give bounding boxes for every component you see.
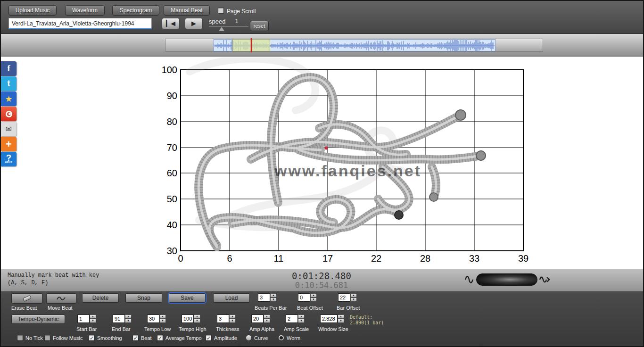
checkbox-box-icon[interactable]	[89, 335, 95, 341]
amplitude-checkbox[interactable]: Amplitude	[206, 335, 237, 341]
mail-icon[interactable]: ✉	[1, 122, 17, 136]
beat-offset-value[interactable]: 0	[298, 293, 310, 302]
svg-text:28: 28	[420, 253, 430, 264]
tempo-high-spinner: 100	[182, 314, 200, 323]
volume-low-icon	[464, 274, 475, 285]
beats-per-bar-label: Beats Per Bar	[255, 305, 287, 311]
move-beat-button[interactable]	[46, 293, 76, 304]
page-scroll-checkbox[interactable]	[218, 8, 224, 14]
speed-slider-thumb[interactable]	[219, 27, 224, 31]
manual-beat-button[interactable]: Manual Beat	[164, 5, 210, 16]
tempo-worm-chart[interactable]: www.fanqies.net 100 90 80 70 60 50 40 30…	[157, 58, 538, 265]
end-bar-label: End Bar	[112, 326, 131, 332]
spinner-up-icon[interactable]	[229, 314, 236, 319]
checkbox-box-icon[interactable]	[206, 335, 212, 341]
worm-label: Worm	[287, 335, 300, 341]
page-scroll-label: Page Scroll	[227, 8, 256, 15]
start-bar-label: Start Bar	[76, 326, 97, 332]
facebook-icon[interactable]: f	[1, 61, 17, 76]
spinner-up-icon[interactable]	[264, 314, 270, 319]
volume-slider[interactable]	[476, 273, 537, 286]
svg-text:100: 100	[162, 65, 177, 75]
weibo-icon[interactable]	[1, 107, 17, 121]
waveform-button[interactable]: Waveform	[65, 5, 105, 16]
curve-radio[interactable]: Curve	[246, 335, 268, 341]
window-size-spinner: 2.828	[320, 314, 344, 323]
spinner-down-icon[interactable]	[264, 319, 270, 323]
reset-button[interactable]: reset	[250, 21, 269, 31]
spinner-down-icon[interactable]	[350, 297, 357, 302]
filename-input[interactable]	[8, 18, 152, 29]
svg-text:0: 0	[178, 253, 183, 264]
move-beat-label: Move Beat	[48, 305, 73, 311]
smoothing-checkbox[interactable]: Smoothing	[89, 335, 122, 341]
hint-line-1: Manually mark beat with key	[8, 272, 99, 279]
tempo-dynamic-button[interactable]: Tempo-Dynamic	[11, 314, 65, 324]
svg-text:90: 90	[167, 91, 177, 101]
window-size-value[interactable]: 2.828	[320, 314, 338, 323]
checkbox-box-icon[interactable]	[17, 335, 23, 341]
bar-offset-value[interactable]: 22	[338, 293, 350, 302]
spinner-up-icon[interactable]	[298, 314, 305, 319]
radio-dot-icon[interactable]	[278, 335, 284, 341]
load-button[interactable]: Load	[213, 293, 250, 303]
spinner-down-icon[interactable]	[310, 297, 317, 302]
spinner-up-icon[interactable]	[350, 293, 357, 297]
spinner-down-icon[interactable]	[90, 319, 96, 323]
tempo-low-value[interactable]: 30	[147, 314, 159, 323]
skip-to-start-button[interactable]: ▎◀	[162, 18, 180, 29]
amp-alpha-value[interactable]: 20	[251, 314, 264, 323]
help-icon[interactable]: ? HELP	[1, 152, 17, 166]
amp-scale-value[interactable]: 2	[286, 314, 298, 323]
tempo-high-value[interactable]: 100	[182, 314, 194, 323]
spinner-up-icon[interactable]	[338, 314, 344, 319]
spinner-down-icon[interactable]	[159, 319, 166, 323]
spinner-up-icon[interactable]	[159, 314, 166, 319]
checkbox-box-icon[interactable]	[157, 335, 163, 341]
start-bar-value[interactable]: 1	[77, 314, 90, 323]
spinner-up-icon[interactable]	[270, 293, 277, 297]
erase-beat-button[interactable]	[11, 293, 42, 304]
volume-high-icon[interactable]	[539, 274, 550, 285]
bookmark-star-icon[interactable]: ★	[1, 91, 17, 106]
radio-dot-icon[interactable]	[246, 335, 252, 341]
worm-radio[interactable]: Worm	[278, 335, 300, 341]
spectrogram-button[interactable]: Spectrogram	[112, 5, 159, 16]
save-button[interactable]: Save	[169, 293, 206, 303]
spinner-down-icon[interactable]	[270, 297, 277, 302]
upload-music-button[interactable]: Upload Music	[8, 5, 57, 16]
spinner-down-icon[interactable]	[229, 319, 236, 323]
follow-music-checkbox[interactable]: Follow Music	[44, 335, 83, 341]
waveform-track[interactable]	[165, 39, 543, 52]
checkbox-box-icon[interactable]	[44, 335, 50, 341]
thickness-label: Thickness	[216, 326, 239, 332]
amp-scale-label: Amp Scale	[284, 326, 309, 332]
eraser-icon	[23, 295, 32, 302]
spinner-up-icon[interactable]	[90, 314, 96, 319]
end-bar-value[interactable]: 91	[113, 314, 125, 323]
snap-button[interactable]: Snap	[125, 293, 162, 303]
spinner-down-icon[interactable]	[298, 319, 305, 323]
no-tick-checkbox[interactable]: No Tick	[17, 335, 43, 341]
speed-slider-track[interactable]	[209, 26, 248, 26]
play-button[interactable]: ▶	[185, 18, 203, 29]
beats-per-bar-value[interactable]: 3	[258, 293, 270, 302]
checkbox-box-icon[interactable]	[132, 335, 139, 341]
beat-offset-spinner: 0	[298, 293, 317, 302]
delete-button[interactable]: Delete	[82, 293, 119, 303]
thickness-value[interactable]: 3	[217, 314, 229, 323]
spinner-up-icon[interactable]	[310, 293, 317, 297]
spinner-down-icon[interactable]	[338, 319, 344, 323]
average-tempo-checkbox[interactable]: Average Tempo	[157, 335, 202, 341]
beat-checkbox[interactable]: Beat	[132, 335, 152, 341]
twitter-icon[interactable]: t	[1, 76, 17, 91]
svg-text:22: 22	[371, 253, 381, 264]
share-plus-icon[interactable]: +	[1, 137, 17, 151]
end-bar-spinner: 91	[113, 314, 132, 323]
speed-label: speed	[209, 18, 225, 25]
spinner-down-icon[interactable]	[125, 319, 132, 323]
waveform-playhead[interactable]	[251, 38, 252, 52]
spinner-up-icon[interactable]	[194, 314, 200, 319]
spinner-up-icon[interactable]	[125, 314, 132, 319]
spinner-down-icon[interactable]	[194, 319, 200, 323]
